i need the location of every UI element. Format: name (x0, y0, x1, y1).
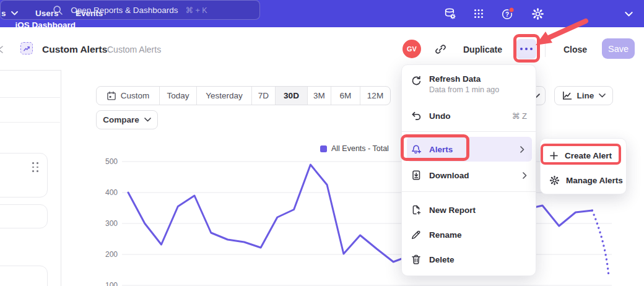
save-button[interactable]: Save (602, 38, 635, 59)
sidebar-card[interactable] (0, 266, 48, 286)
range-option-3m[interactable]: 3M (308, 87, 331, 105)
page-title: Custom Alerts (42, 44, 107, 55)
line-chart-icon (562, 90, 572, 101)
submenu-item-manage-alerts[interactable]: Manage Alerts (544, 168, 624, 192)
menu-item-label: Refresh Data (429, 74, 499, 84)
project-scope: All Project Data (0, 31, 76, 40)
submenu-item-create-alert[interactable]: Create Alert (544, 144, 624, 167)
chart-type-selector[interactable]: Line (554, 86, 613, 105)
range-option-today[interactable]: Today (160, 87, 197, 105)
chevron-down-icon (599, 93, 606, 98)
sidebar-divider (0, 97, 60, 98)
svg-text:?: ? (505, 11, 509, 18)
report-header: Custom Alerts Custom Alerts GV Duplicate… (0, 27, 644, 65)
close-button[interactable]: Close (564, 45, 587, 54)
menu-item-label: Undo (429, 111, 451, 121)
menu-item-label: New Report (429, 206, 476, 215)
new-document-icon (411, 204, 422, 215)
breadcrumb: Custom Alerts (107, 45, 161, 54)
project-selector[interactable]: iOS Dashboard All Project Data (0, 20, 76, 40)
svg-text:200: 200 (105, 250, 118, 259)
help-icon[interactable]: ? (500, 6, 515, 21)
svg-text:500: 500 (105, 157, 118, 166)
project-name: iOS Dashboard (0, 20, 76, 31)
chevron-down-icon (144, 118, 151, 122)
menu-item-label: Rename (429, 230, 462, 240)
submenu-item-label: Create Alert (565, 151, 612, 160)
svg-text:400: 400 (105, 188, 118, 197)
download-document-icon (411, 170, 422, 181)
trash-icon (411, 254, 422, 265)
range-option-6m[interactable]: 6M (331, 87, 360, 105)
sidebar-divider (0, 122, 60, 123)
report-type-icon (20, 42, 33, 54)
chevron-down-icon (11, 11, 18, 15)
drag-handle-icon[interactable] (32, 162, 39, 172)
sidebar-card[interactable] (0, 153, 48, 197)
nav-item-events[interactable]: Events (76, 9, 103, 18)
menu-item-undo[interactable]: Undo ⌘ Z (402, 104, 537, 128)
menu-item-label: Alerts (429, 145, 453, 154)
range-option-label: Custom (121, 91, 150, 100)
search-shortcut-hint: ⌘ + K (186, 6, 207, 15)
menu-divider (402, 131, 537, 132)
svg-text:300: 300 (105, 219, 118, 228)
menu-item-label: Download (429, 171, 469, 180)
submenu-item-label: Manage Alerts (566, 176, 623, 185)
range-option-12m[interactable]: 12M (360, 87, 390, 105)
undo-icon (411, 110, 422, 121)
link-icon (435, 43, 446, 55)
copy-link-button[interactable] (433, 42, 447, 56)
plus-icon (549, 151, 559, 160)
chevron-right-icon (523, 172, 527, 179)
svg-text:100: 100 (105, 281, 118, 286)
nav-item-users[interactable]: Users (35, 9, 59, 18)
notification-dot (509, 7, 514, 12)
more-options-button[interactable] (516, 39, 536, 59)
range-option-yesterday[interactable]: Yesterday (197, 87, 252, 105)
menu-item-alerts[interactable]: Alerts (407, 137, 532, 162)
refresh-icon (411, 76, 422, 87)
back-chevron-cutoff-icon (0, 46, 3, 53)
compare-label: Compare (103, 115, 139, 124)
more-options-menu: Refresh Data Data from 1 min ago Undo ⌘ … (401, 64, 536, 276)
settings-gear-icon[interactable] (530, 6, 545, 21)
pencil-icon (411, 229, 422, 240)
alerts-submenu: Create Alert Manage Alerts (540, 138, 627, 194)
gear-icon (549, 175, 560, 186)
range-option-30d[interactable]: 30D (276, 87, 308, 105)
bell-plus-icon (411, 144, 422, 155)
nav-item-cutoff-label: s (1, 9, 6, 18)
menu-item-delete[interactable]: Delete (402, 247, 537, 272)
menu-item-subtitle: Data from 1 min ago (429, 85, 499, 94)
chart-type-label: Line (577, 91, 594, 100)
menu-item-rename[interactable]: Rename (402, 222, 537, 247)
sidebar-card[interactable] (0, 204, 48, 228)
avatar[interactable]: GV (402, 40, 421, 58)
date-range-selector: Custom Today Yesterday 7D 30D 3M 6M 12M (96, 86, 391, 105)
menu-item-download[interactable]: Download (402, 163, 537, 188)
left-sidebar (0, 70, 61, 286)
menu-item-new-report[interactable]: New Report (402, 197, 537, 222)
project-chevron-down-icon[interactable] (625, 12, 633, 17)
duplicate-button[interactable]: Duplicate (463, 45, 502, 54)
apps-grid-icon[interactable] (471, 6, 486, 21)
undo-shortcut: ⌘ Z (511, 111, 527, 121)
nav-item-cutoff[interactable]: s (1, 9, 18, 18)
chevron-right-icon (520, 146, 524, 153)
compare-button[interactable]: Compare (96, 110, 158, 129)
calendar-icon (107, 91, 116, 101)
range-option-custom[interactable]: Custom (97, 87, 160, 105)
menu-divider (402, 191, 537, 192)
header-divider (545, 41, 546, 57)
range-option-7d[interactable]: 7D (252, 87, 276, 105)
data-management-icon[interactable] (442, 6, 457, 21)
top-navigation-bar: s Users Events Open Reports & Dashboards… (0, 0, 644, 27)
menu-item-refresh-data[interactable]: Refresh Data Data from 1 min ago (402, 72, 537, 101)
menu-item-label: Delete (429, 255, 455, 264)
